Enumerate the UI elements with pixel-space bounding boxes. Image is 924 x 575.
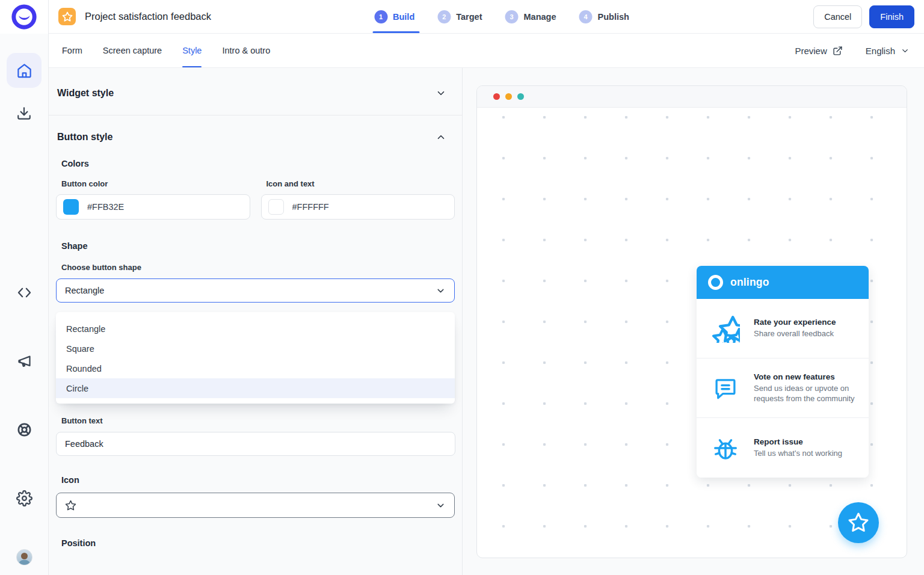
icon-text-color-label: Icon and text	[266, 179, 455, 188]
widget-brand: onlingo	[730, 276, 769, 289]
home-icon	[16, 63, 32, 79]
bug-icon	[697, 435, 754, 461]
star-icon	[62, 11, 73, 22]
step-manage[interactable]: 3 Manage	[505, 10, 556, 23]
shape-heading: Shape	[49, 241, 462, 251]
chevron-down-icon	[901, 46, 910, 55]
star-icon	[848, 512, 869, 533]
button-shape-select[interactable]: Rectangle	[56, 278, 455, 303]
lifebuoy-icon	[16, 422, 32, 438]
style-config-panel: Widget style Button style Colors Button …	[49, 68, 463, 575]
finish-button[interactable]: Finish	[869, 5, 914, 28]
page-title: Project satisfaction feedback	[85, 11, 211, 22]
widget-item-report-issue[interactable]: Report issue Tell us what's not working	[697, 418, 869, 478]
project-badge	[58, 8, 76, 25]
app-logo[interactable]	[0, 0, 48, 34]
main-column: Project satisfaction feedback 1 Build 2 …	[49, 0, 924, 575]
preview-button[interactable]: Preview	[795, 46, 842, 56]
button-style-title: Button style	[57, 132, 112, 143]
feedback-widget-preview: onlingo	[697, 266, 869, 478]
chevron-down-icon	[436, 500, 446, 511]
button-shape-selected-value: Rectangle	[65, 286, 104, 295]
widget-style-section-header[interactable]: Widget style	[49, 68, 462, 115]
sidebar-item-help[interactable]	[7, 412, 42, 447]
button-color-swatch[interactable]	[63, 199, 79, 215]
chevron-down-icon[interactable]	[436, 88, 446, 99]
widget-item-rate-experience[interactable]: Rate your experience Share overall feedb…	[697, 299, 869, 358]
builder-tabs: Form Screen capture Style Intro & outro	[62, 34, 270, 67]
gleap-logo-icon	[11, 4, 37, 30]
top-bar: Project satisfaction feedback 1 Build 2 …	[49, 0, 924, 34]
button-icon-select[interactable]	[56, 493, 455, 518]
shape-option-rectangle[interactable]: Rectangle	[56, 319, 455, 339]
icon-text-color-input[interactable]	[261, 194, 455, 220]
colors-heading: Colors	[49, 159, 462, 168]
button-text-label: Button text	[61, 416, 462, 425]
browser-mockup-header	[477, 86, 907, 108]
color-fields-row: Button color Icon and text	[56, 168, 455, 220]
feedback-launcher-button[interactable]	[838, 502, 879, 543]
builder-tabbar: Form Screen capture Style Intro & outro …	[49, 34, 924, 68]
app-window: Project satisfaction feedback 1 Build 2 …	[0, 0, 924, 575]
button-text-field[interactable]	[56, 432, 455, 456]
sidebar-bottom-group	[7, 275, 42, 565]
megaphone-icon	[16, 353, 32, 369]
step-publish[interactable]: 4 Publish	[579, 10, 629, 23]
chevron-up-icon[interactable]	[436, 132, 446, 143]
sidebar-item-settings[interactable]	[7, 481, 42, 515]
button-shape-dropdown: Rectangle Square Rounded Circle	[56, 312, 455, 404]
step-target[interactable]: 2 Target	[437, 10, 482, 23]
onlingo-logo-icon	[708, 275, 723, 290]
traffic-dot-orange	[505, 93, 512, 100]
widget-item-text: Vote on new features Send us ideas or up…	[754, 372, 869, 404]
sidebar	[0, 0, 49, 575]
sidebar-item-home[interactable]	[7, 53, 42, 88]
download-icon	[16, 106, 32, 121]
shape-option-rounded[interactable]: Rounded	[56, 358, 455, 378]
traffic-dot-teal	[517, 93, 524, 100]
content-area: Widget style Button style Colors Button …	[49, 68, 924, 575]
tab-form[interactable]: Form	[62, 34, 82, 67]
cancel-button[interactable]: Cancel	[813, 5, 862, 28]
position-heading: Position	[49, 538, 462, 548]
tab-intro-outro[interactable]: Intro & outro	[222, 34, 270, 67]
shape-option-circle[interactable]: Circle	[56, 378, 455, 398]
tab-style[interactable]: Style	[182, 34, 202, 67]
sidebar-item-widget-code[interactable]	[7, 275, 42, 310]
gear-icon	[16, 490, 32, 506]
icon-text-color-value-input[interactable]	[292, 202, 365, 212]
chevron-down-icon	[436, 286, 446, 296]
browser-mockup-body: onlingo	[477, 108, 907, 558]
icon-text-color-swatch[interactable]	[268, 199, 284, 215]
topbar-actions: Cancel Finish	[813, 5, 914, 28]
button-style-section-header[interactable]: Button style	[49, 115, 462, 159]
button-color-input[interactable]	[56, 194, 250, 220]
button-color-label: Button color	[61, 179, 250, 188]
step-build[interactable]: 1 Build	[374, 10, 414, 23]
shape-option-square[interactable]: Square	[56, 339, 455, 358]
star-icon	[65, 500, 76, 511]
sidebar-item-announcements[interactable]	[7, 343, 42, 378]
preview-area: onlingo	[463, 68, 924, 575]
button-color-field: Button color	[56, 168, 250, 220]
tab-screen-capture[interactable]: Screen capture	[103, 34, 162, 67]
sidebar-nav	[0, 34, 48, 575]
sidebar-item-installs[interactable]	[7, 96, 42, 131]
user-avatar[interactable]	[16, 549, 32, 565]
widget-item-vote-features[interactable]: Vote on new features Send us ideas or up…	[697, 358, 869, 418]
language-selector[interactable]: English	[866, 46, 910, 56]
wizard-steps: 1 Build 2 Target 3 Manage 4 Publish	[374, 0, 629, 33]
external-link-icon	[833, 46, 843, 56]
icon-text-color-field: Icon and text	[261, 168, 455, 220]
icon-heading: Icon	[49, 475, 462, 485]
widget-style-title: Widget style	[57, 88, 114, 99]
code-icon	[16, 284, 32, 301]
comment-icon	[697, 375, 754, 401]
traffic-dot-red	[493, 93, 500, 100]
choose-button-shape-label: Choose button shape	[61, 263, 462, 272]
button-color-value-input[interactable]	[87, 202, 159, 212]
button-text-input[interactable]	[57, 439, 455, 449]
tabbar-right: Preview English	[795, 34, 910, 67]
widget-item-text: Rate your experience Share overall feedb…	[754, 318, 846, 339]
browser-mockup: onlingo	[476, 85, 907, 558]
